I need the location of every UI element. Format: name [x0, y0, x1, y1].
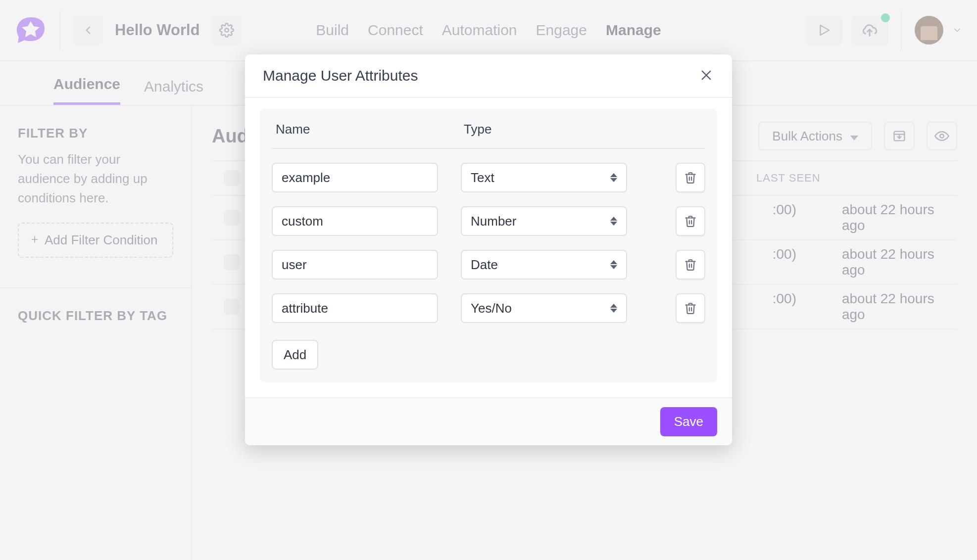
select-arrows-icon: [610, 304, 617, 313]
attribute-type-value: Yes/No: [471, 301, 512, 316]
attributes-head: Name Type: [272, 109, 705, 149]
attribute-type-select[interactable]: Text: [461, 163, 627, 192]
attribute-type-select[interactable]: Yes/No: [461, 293, 627, 323]
select-arrows-icon: [610, 173, 617, 182]
attribute-row: Date: [272, 236, 705, 280]
delete-attribute-button[interactable]: [676, 163, 705, 192]
attribute-type-value: Text: [471, 170, 494, 186]
svg-marker-14: [610, 217, 617, 221]
manage-attributes-modal: Manage User Attributes Name Type Text: [245, 54, 732, 445]
attribute-type-value: Number: [471, 214, 516, 229]
modal-title: Manage User Attributes: [263, 67, 418, 84]
col-type-label: Type: [464, 122, 701, 137]
attribute-type-select[interactable]: Number: [461, 206, 627, 236]
attribute-row: Text: [272, 149, 705, 192]
attribute-row: Number: [272, 192, 705, 236]
select-arrows-icon: [610, 217, 617, 226]
svg-marker-18: [610, 304, 617, 308]
delete-attribute-button[interactable]: [676, 293, 705, 323]
attribute-type-select[interactable]: Date: [461, 250, 627, 280]
svg-marker-15: [610, 222, 617, 226]
attribute-name-input[interactable]: [272, 163, 438, 192]
attribute-name-input[interactable]: [272, 250, 438, 280]
attribute-row: Yes/No: [272, 280, 705, 323]
attribute-name-input[interactable]: [272, 293, 438, 323]
modal-header: Manage User Attributes: [245, 54, 732, 98]
col-name-label: Name: [276, 122, 464, 137]
svg-marker-17: [610, 265, 617, 269]
delete-attribute-button[interactable]: [676, 206, 705, 236]
svg-marker-13: [610, 178, 617, 182]
modal-footer: Save: [245, 397, 732, 445]
attribute-name-input[interactable]: [272, 206, 438, 236]
delete-attribute-button[interactable]: [676, 250, 705, 280]
svg-marker-12: [610, 173, 617, 177]
modal-body: Name Type Text: [245, 98, 732, 397]
save-button[interactable]: Save: [660, 407, 717, 436]
add-attribute-button[interactable]: Add: [272, 340, 318, 370]
modal-close-button[interactable]: [699, 68, 714, 83]
select-arrows-icon: [610, 260, 617, 269]
attributes-panel: Name Type Text: [260, 109, 717, 382]
svg-marker-16: [610, 260, 617, 264]
svg-marker-19: [610, 309, 617, 313]
modal-overlay: Manage User Attributes Name Type Text: [0, 0, 977, 560]
attribute-type-value: Date: [471, 257, 498, 273]
